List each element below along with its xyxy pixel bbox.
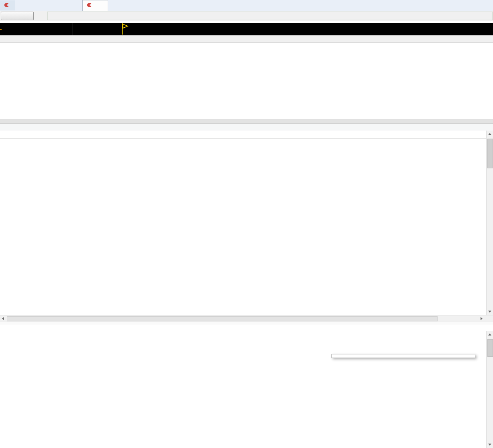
filter-bar [0,11,493,21]
scroll-down-icon[interactable] [488,311,491,313]
analyzer-file-icon [86,3,92,8]
scroll-up-icon[interactable] [488,333,491,335]
time-offset-label [0,29,2,30]
transactions-column-headers [0,131,486,139]
transactions-table [0,139,486,315]
events-panel-header [0,325,493,331]
filter-input[interactable] [47,12,493,20]
tab-battery-server-test[interactable] [0,0,15,10]
tab-battery-server-test-7-segments[interactable] [82,0,108,11]
transmission-line [53,59,379,60]
scroll-up-icon[interactable] [488,133,491,135]
transactions-panel-header [0,124,493,131]
scroll-down-icon[interactable] [488,444,491,446]
close-icon[interactable] [98,3,104,9]
timeline-cursor-line [72,23,72,35]
context-menu [331,354,475,358]
saved-filters-button[interactable] [1,12,34,20]
events-vertical-scrollbar[interactable] [486,331,493,448]
panel-gap [0,321,493,325]
bookmark-flag-icon[interactable] [122,23,129,35]
activity-waveform [0,23,493,35]
scroll-right-icon[interactable] [481,317,483,320]
scrollbar-thumb[interactable] [7,316,438,321]
transactions-horizontal-scrollbar[interactable] [0,315,493,321]
scroll-left-icon[interactable] [2,317,4,320]
scrollbar-thumb[interactable] [487,339,493,357]
analyzer-file-icon [4,3,9,8]
timeline-strip[interactable] [0,23,493,35]
scrollbar-thumb[interactable] [487,139,493,168]
transactions-vertical-scrollbar[interactable] [486,131,493,315]
node-map-panel[interactable] [0,42,493,119]
editor-tab-bar [0,0,493,11]
status-info-bar [0,35,493,42]
panel-sash[interactable] [0,119,493,124]
events-column-headers [0,331,486,341]
network-analyzer-window: { "tabs": [ {"label": "battery server te… [0,0,493,448]
